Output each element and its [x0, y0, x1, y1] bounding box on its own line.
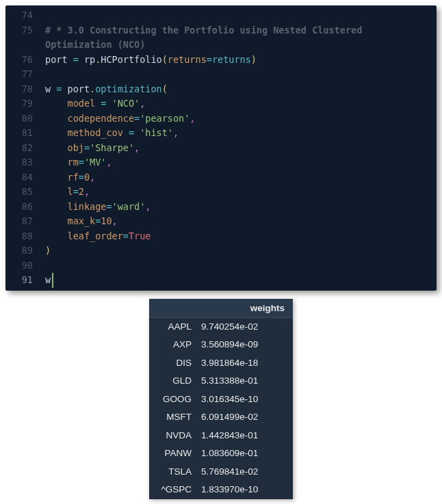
- code-token: (: [162, 54, 168, 65]
- line-number: 77: [5, 67, 45, 82]
- line-number: 75: [5, 23, 45, 38]
- code-token: ): [251, 54, 257, 65]
- code-token: obj: [68, 142, 84, 153]
- code-token: =: [106, 201, 112, 212]
- code-token: [45, 127, 68, 138]
- code-line[interactable]: 80 codependence='pearson',: [5, 111, 437, 127]
- code-token: =: [123, 230, 129, 241]
- code-token: [45, 230, 68, 241]
- code-content[interactable]: # * 3.0 Constructing the Portfolio using…: [45, 23, 437, 38]
- row-label: ^GSPC: [157, 483, 201, 496]
- code-line[interactable]: 78w = port.optimization(: [5, 82, 437, 97]
- code-content[interactable]: w: [45, 273, 437, 288]
- code-content[interactable]: rf=0,: [45, 170, 437, 185]
- code-line[interactable]: 83 rm='MV',: [5, 155, 437, 170]
- row-label: NVDA: [157, 429, 201, 442]
- code-line[interactable]: 75# * 3.0 Constructing the Portfolio usi…: [5, 23, 437, 38]
- line-number: 87: [5, 214, 45, 229]
- code-token: 'hist': [140, 127, 173, 138]
- code-line[interactable]: 91w: [5, 273, 437, 288]
- code-line[interactable]: 88 leaf_order=True: [5, 229, 437, 244]
- line-number: 88: [5, 229, 45, 244]
- row-value: 9.740254e-02: [201, 321, 285, 334]
- code-token: leaf_order: [68, 230, 123, 241]
- code-line[interactable]: 87 max_k=10,: [5, 214, 437, 229]
- code-token: =: [84, 142, 90, 153]
- code-token: # * 3.0 Constructing the Portfolio using…: [45, 25, 362, 36]
- code-content[interactable]: max_k=10,: [45, 214, 437, 229]
- code-token: ,: [84, 186, 90, 197]
- code-token: ,: [106, 157, 112, 168]
- line-number: 78: [5, 82, 45, 97]
- code-token: [106, 98, 112, 109]
- code-token: method_cov: [68, 127, 123, 138]
- code-token: port: [45, 54, 73, 65]
- code-token: [45, 215, 68, 226]
- code-content[interactable]: Optimization (NCO): [45, 38, 437, 53]
- line-number: 86: [5, 200, 45, 215]
- code-content[interactable]: obj='Sharpe',: [45, 141, 437, 156]
- row-value: 3.560894e-09: [201, 339, 285, 352]
- code-token: port: [62, 83, 90, 94]
- line-number: 91: [5, 273, 45, 288]
- row-value: 3.016345e-10: [201, 393, 285, 406]
- row-label: DIS: [157, 357, 201, 370]
- code-token: =: [73, 54, 79, 65]
- output-header-row: weights: [149, 299, 293, 318]
- table-row: DIS3.981864e-18: [149, 354, 293, 373]
- code-line[interactable]: 86 linkage='ward',: [5, 200, 437, 215]
- code-token: ,: [90, 172, 95, 183]
- row-value: 1.442843e-01: [201, 429, 285, 442]
- line-number: 82: [5, 141, 45, 156]
- output-header-weights: weights: [250, 303, 285, 313]
- code-content[interactable]: leaf_order=True: [45, 229, 437, 244]
- code-token: model: [68, 98, 96, 109]
- code-line[interactable]: 81 method_cov = 'hist',: [5, 126, 437, 141]
- code-token: [45, 98, 68, 109]
- code-line[interactable]: 79 model = 'NCO',: [5, 96, 437, 111]
- code-content[interactable]: w = port.optimization(: [45, 82, 437, 97]
- code-token: ,: [145, 201, 151, 212]
- code-line[interactable]: 89): [5, 243, 437, 258]
- code-token: 'NCO': [112, 98, 140, 109]
- code-content[interactable]: rm='MV',: [45, 155, 437, 170]
- code-line[interactable]: 84 rf=0,: [5, 170, 437, 185]
- code-line[interactable]: 85 l=2,: [5, 185, 437, 200]
- line-number: 84: [5, 170, 45, 185]
- code-token: w: [45, 83, 56, 94]
- row-label: TSLA: [157, 466, 201, 479]
- code-line[interactable]: 76port = rp.HCPortfolio(returns=returns): [5, 53, 437, 68]
- code-token: [45, 172, 68, 183]
- code-line[interactable]: Optimization (NCO): [5, 38, 437, 53]
- code-token: codependence: [68, 113, 135, 124]
- row-label: PANW: [157, 447, 201, 460]
- code-line[interactable]: 77: [5, 67, 437, 82]
- code-line[interactable]: 74: [5, 8, 437, 23]
- output-header-index: [157, 303, 250, 313]
- line-number: 74: [5, 8, 45, 23]
- code-content[interactable]: model = 'NCO',: [45, 96, 437, 111]
- code-line[interactable]: 82 obj='Sharpe',: [5, 141, 437, 156]
- code-token: 'ward': [112, 201, 146, 212]
- table-row: GLD5.313388e-01: [149, 372, 293, 390]
- code-content[interactable]: codependence='pearson',: [45, 111, 437, 127]
- code-token: ,: [112, 215, 118, 226]
- code-token: HCPortfolio: [101, 54, 161, 65]
- code-content[interactable]: linkage='ward',: [45, 200, 437, 215]
- code-editor[interactable]: 7475# * 3.0 Constructing the Portfolio u…: [5, 5, 437, 291]
- row-value: 5.769841e-02: [201, 466, 285, 479]
- code-token: =: [129, 127, 134, 138]
- code-token: l: [68, 186, 73, 197]
- code-token: ,: [173, 127, 179, 138]
- code-content[interactable]: port = rp.HCPortfolio(returns=returns): [45, 53, 437, 68]
- code-token: 'Sharpe': [90, 142, 134, 153]
- line-number: 81: [5, 126, 45, 141]
- code-line[interactable]: 90: [5, 258, 437, 274]
- code-token: =: [79, 157, 84, 168]
- code-content[interactable]: ): [45, 243, 437, 258]
- code-token: rp: [79, 54, 95, 65]
- code-content[interactable]: l=2,: [45, 185, 437, 200]
- code-token: w: [45, 274, 51, 285]
- code-token: 10: [101, 215, 112, 226]
- code-content[interactable]: method_cov = 'hist',: [45, 126, 437, 141]
